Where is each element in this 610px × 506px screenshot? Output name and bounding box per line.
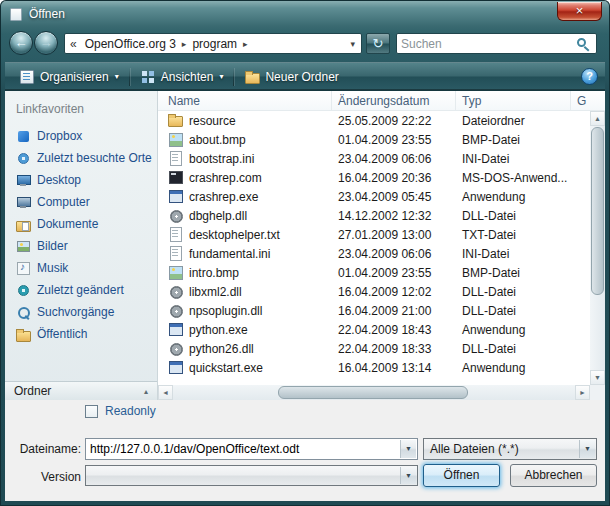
close-button[interactable] (557, 2, 602, 21)
sidebar-item-public[interactable]: Öffentlich (5, 323, 157, 345)
chevron-up-icon[interactable] (144, 387, 148, 396)
file-name: crashrep.exe (189, 190, 258, 204)
file-type: Anwendung (456, 361, 571, 375)
file-name: intro.bmp (189, 266, 239, 280)
sidebar-item-pictures[interactable]: Bilder (5, 235, 157, 257)
readonly-checkbox[interactable] (85, 405, 98, 418)
file-type: DLL-Datei (456, 285, 571, 299)
file-row[interactable]: resource25.05.2009 22:22Dateiordner (158, 111, 590, 130)
chevron-right-icon[interactable] (240, 39, 251, 49)
breadcrumb-overflow-chevron-icon[interactable] (65, 37, 82, 51)
file-row[interactable]: libxml2.dll16.04.2009 12:02DLL-Datei (158, 282, 590, 301)
column-header-date[interactable]: Änderungsdatum (332, 91, 456, 111)
scroll-up-button[interactable] (590, 111, 605, 126)
cancel-button[interactable]: Abbrechen (510, 464, 597, 487)
help-button[interactable] (581, 68, 598, 85)
chevron-right-icon[interactable] (179, 39, 190, 49)
file-row[interactable]: fundamental.ini23.04.2009 06:06INI-Datei (158, 244, 590, 263)
sidebar-item-label: Zuletzt geändert (37, 283, 124, 297)
chevron-down-icon[interactable] (400, 440, 416, 458)
column-header-name[interactable]: Name (158, 91, 332, 111)
sidebar-item-dropbox[interactable]: Dropbox (5, 125, 157, 147)
chevron-down-icon[interactable] (400, 467, 416, 484)
file-row[interactable]: dbghelp.dll14.12.2002 12:32DLL-Datei (158, 206, 590, 225)
sidebar-item-label: Dokumente (37, 217, 98, 231)
vertical-scrollbar-thumb[interactable] (591, 127, 604, 295)
file-modified-date: 16.04.2009 12:02 (332, 285, 456, 299)
titlebar[interactable]: Öffnen (0, 0, 610, 28)
file-name: bootstrap.ini (189, 152, 254, 166)
file-name-cell: libxml2.dll (158, 284, 332, 299)
sidebar-item-searches[interactable]: Suchvorgänge (5, 301, 157, 323)
open-button[interactable]: Öffnen (423, 464, 500, 487)
sidebar-item-recently-changed[interactable]: Zuletzt geändert (5, 279, 157, 301)
file-row[interactable]: about.bmp01.04.2009 23:55BMP-Datei (158, 130, 590, 149)
file-row[interactable]: python.exe22.04.2009 18:43Anwendung (158, 320, 590, 339)
horizontal-scrollbar[interactable] (158, 385, 590, 400)
file-name-cell: python.exe (158, 322, 332, 337)
search-box[interactable] (396, 33, 597, 54)
music-icon (16, 261, 31, 276)
file-row[interactable]: python26.dll22.04.2009 18:33DLL-Datei (158, 339, 590, 358)
toolbar-separator (233, 68, 234, 86)
file-type: Anwendung (456, 190, 571, 204)
scroll-down-button[interactable] (590, 370, 605, 385)
file-row[interactable]: crashrep.exe23.04.2009 05:45Anwendung (158, 187, 590, 206)
filename-combobox[interactable] (85, 438, 418, 460)
searches-icon (16, 305, 31, 320)
exe-icon (168, 360, 183, 375)
views-button[interactable]: Ansichten (133, 66, 231, 88)
file-type: INI-Datei (456, 247, 571, 261)
forward-button[interactable] (34, 31, 58, 55)
column-header-size[interactable]: G (571, 91, 605, 111)
exe-icon (168, 189, 183, 204)
file-name-cell: about.bmp (158, 132, 332, 147)
column-header-type[interactable]: Typ (456, 91, 571, 111)
breadcrumb-item-program[interactable]: program (189, 37, 240, 51)
refresh-button[interactable] (366, 33, 390, 54)
filetype-combobox[interactable]: Alle Dateien (*.*) (423, 438, 597, 460)
file-name: quickstart.exe (189, 361, 263, 375)
sidebar-item-documents[interactable]: Dokumente (5, 213, 157, 235)
dll-icon (168, 284, 183, 299)
breadcrumb-history-dropdown[interactable] (344, 39, 361, 49)
desktop-icon (16, 173, 31, 188)
sidebar-item-recent-places[interactable]: Zuletzt besuchte Orte (5, 147, 157, 169)
breadcrumb[interactable]: OpenOffice.org 3 program (64, 33, 362, 54)
chevron-down-icon[interactable] (579, 440, 595, 458)
computer-icon (16, 195, 31, 210)
version-combobox[interactable] (85, 465, 418, 486)
file-modified-date: 01.04.2009 23:55 (332, 266, 456, 280)
scroll-right-button[interactable] (575, 385, 590, 400)
sidebar-item-desktop[interactable]: Desktop (5, 169, 157, 191)
file-modified-date: 16.04.2009 20:36 (332, 171, 456, 185)
scroll-left-button[interactable] (158, 385, 173, 400)
file-row[interactable]: bootstrap.ini23.04.2009 06:06INI-Datei (158, 149, 590, 168)
file-name-cell: crashrep.exe (158, 189, 332, 204)
breadcrumb-item-openoffice[interactable]: OpenOffice.org 3 (82, 37, 179, 51)
filename-input[interactable] (90, 441, 396, 457)
file-name-cell: python26.dll (158, 341, 332, 356)
new-folder-button[interactable]: Neuer Ordner (237, 66, 345, 88)
file-name: libxml2.dll (189, 285, 242, 299)
sidebar-item-computer[interactable]: Computer (5, 191, 157, 213)
chevron-down-icon (115, 72, 119, 81)
file-row[interactable]: crashrep.com16.04.2009 20:36MS-DOS-Anwen… (158, 168, 590, 187)
folders-label: Ordner (14, 384, 51, 398)
window-title: Öffnen (29, 7, 65, 21)
file-modified-date: 23.04.2009 06:06 (332, 247, 456, 261)
file-row[interactable]: quickstart.exe16.04.2009 13:14Anwendung (158, 358, 590, 377)
vertical-scrollbar[interactable] (590, 111, 605, 385)
file-row[interactable]: desktophelper.txt27.01.2009 13:00TXT-Dat… (158, 225, 590, 244)
back-button[interactable] (9, 31, 33, 55)
search-input[interactable] (401, 35, 569, 52)
file-modified-date: 01.04.2009 23:55 (332, 133, 456, 147)
dropbox-icon (16, 129, 31, 144)
sidebar-item-music[interactable]: Musik (5, 257, 157, 279)
folders-expander[interactable]: Ordner (5, 381, 157, 400)
file-row[interactable]: intro.bmp01.04.2009 23:55BMP-Datei (158, 263, 590, 282)
horizontal-scrollbar-thumb[interactable] (278, 386, 468, 399)
file-row[interactable]: npsoplugin.dll16.04.2009 21:00DLL-Datei (158, 301, 590, 320)
dll-icon (168, 208, 183, 223)
organize-button[interactable]: Organisieren (12, 66, 126, 88)
